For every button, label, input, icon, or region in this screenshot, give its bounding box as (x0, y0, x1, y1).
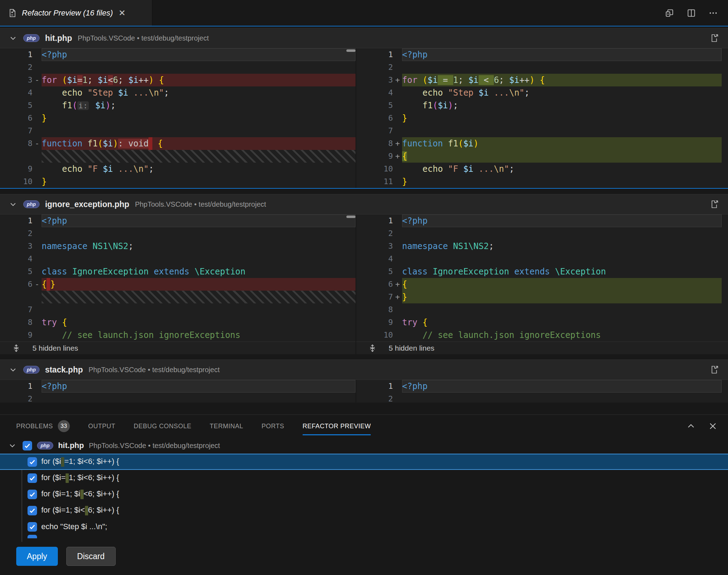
line-number: 7 (356, 291, 393, 303)
code-line: 9 echo "F $i ...\n"; (0, 163, 356, 175)
panel-tab-output[interactable]: OUTPUT (88, 415, 115, 437)
unfold-icon[interactable] (356, 344, 389, 352)
split-editor-icon[interactable] (686, 8, 696, 18)
line-number: 6 (0, 112, 32, 125)
line-number (0, 150, 32, 163)
horizontal-scrollbar-thumb[interactable] (346, 216, 356, 218)
gutter-spacer (32, 112, 42, 125)
panel-tab-debug-console[interactable]: DEBUG CONSOLE (134, 415, 192, 437)
change-list-item[interactable]: for ($i=1; $i<6; $i++) { (0, 486, 728, 502)
change-checkbox[interactable] (28, 535, 37, 538)
code-content (42, 393, 356, 402)
gutter-spacer (32, 214, 42, 227)
code-line: 2 (0, 61, 356, 74)
file-header[interactable]: phphit.phpPhpTools.VSCode • test/debug/t… (0, 28, 728, 48)
file-header[interactable]: phpignore_exception.phpPhpTools.VSCode •… (0, 194, 728, 214)
change-list-item[interactable]: for ($i=1; $i<6; $i++) { (0, 502, 728, 519)
diff-editor: 1<?php23namespace NS1\NS2;45class Ignore… (0, 214, 728, 354)
problems-count-badge: 33 (58, 420, 70, 432)
chevron-down-icon[interactable] (9, 200, 17, 208)
diff-section-hit.php: phphit.phpPhpTools.VSCode • test/debug/t… (0, 28, 728, 189)
unfold-icon[interactable] (0, 344, 32, 352)
panel-tab-label: TERMINAL (210, 423, 243, 430)
change-list-item[interactable]: echo "Step $i ...\n"; (0, 519, 728, 535)
gutter-spacer (32, 86, 42, 99)
line-number: 2 (356, 227, 393, 240)
code-line: 2 (356, 393, 728, 402)
char-insert-highlight (66, 473, 69, 483)
change-checkbox[interactable] (28, 457, 37, 467)
hidden-lines-row[interactable]: 5 hidden lines (356, 341, 728, 354)
apply-button[interactable]: Apply (16, 547, 58, 566)
line-number: 1 (0, 48, 32, 61)
gutter-spacer (393, 86, 402, 99)
panel-tab-label: PROBLEMS (16, 423, 53, 430)
file-path-description: PhpTools.VSCode • test/debug/testproject (89, 366, 220, 374)
change-text: for ($i=1; $i<6; $i++) { (41, 457, 119, 467)
discard-button[interactable]: Discard (66, 547, 116, 566)
file-name: stack.php (45, 365, 83, 375)
code-line: 3+for ($i = 1; $i < 6; $i++) { (356, 74, 728, 86)
diff-file-icon (8, 8, 17, 18)
horizontal-scrollbar-thumb[interactable] (346, 49, 356, 52)
code-content (402, 253, 722, 265)
change-checkbox[interactable] (28, 506, 37, 515)
code-content: f1(i: $i); (42, 99, 356, 112)
gutter-spacer (393, 61, 402, 74)
file-checkbox[interactable] (23, 441, 32, 450)
chevron-down-icon[interactable] (9, 366, 17, 374)
code-content: class IgnoreException extends \Exception (402, 265, 722, 278)
refactor-preview-list: phphit.phpPhpTools.VSCode • test/debug/t… (0, 437, 728, 542)
code-content (42, 303, 356, 316)
code-line: 8-function f1($i): void { (0, 137, 356, 150)
file-path-description: PhpTools.VSCode • test/debug/testproject (135, 200, 266, 208)
chevron-down-icon[interactable] (8, 442, 16, 449)
line-number: 3 (0, 240, 32, 253)
inline-view-icon[interactable] (665, 8, 674, 18)
line-number: 6 (0, 278, 32, 291)
chevron-down-icon[interactable] (9, 34, 17, 42)
panel-tab-refactor-preview[interactable]: REFACTOR PREVIEW (303, 415, 371, 437)
code-line: 7 (356, 125, 728, 137)
code-content: <?php (42, 48, 356, 61)
close-panel-icon[interactable] (708, 422, 717, 431)
panel-tab-terminal[interactable]: TERMINAL (210, 415, 243, 437)
open-file-icon[interactable] (710, 365, 719, 374)
line-number: 8 (0, 316, 32, 329)
open-file-icon[interactable] (710, 34, 719, 43)
more-actions-icon[interactable] (708, 8, 718, 18)
hidden-lines-row[interactable]: 5 hidden lines (0, 341, 356, 354)
change-list-item[interactable]: for ($i=1; $i<6; $i++) { (0, 470, 728, 486)
code-content: function f1($i) (402, 137, 722, 150)
gutter-spacer (32, 253, 42, 265)
line-number: 1 (356, 214, 393, 227)
gutter-spacer (32, 163, 42, 175)
panel-tab-ports[interactable]: PORTS (262, 415, 284, 437)
change-checkbox[interactable] (28, 522, 37, 532)
open-file-icon[interactable] (710, 200, 719, 209)
file-header[interactable]: phpstack.phpPhpTools.VSCode • test/debug… (0, 359, 728, 380)
panel-tab-problems[interactable]: PROBLEMS33 (16, 415, 70, 437)
modified-pane: 1<?php23+for ($i = 1; $i < 6; $i++) {4 e… (356, 48, 728, 188)
tab-refactor-preview[interactable]: Refactor Preview (16 files) ✕ (0, 0, 152, 26)
code-line: 2 (0, 227, 356, 240)
code-content: echo "F $i ...\n"; (42, 163, 356, 175)
collapse-panel-icon[interactable] (686, 422, 696, 431)
deleted-marker: - (32, 74, 42, 86)
panel-tab-bar: PROBLEMS33OUTPUTDEBUG CONSOLETERMINALPOR… (0, 415, 728, 437)
change-checkbox[interactable] (28, 473, 37, 483)
gutter-spacer (32, 125, 42, 137)
tree-item-file[interactable]: phphit.phpPhpTools.VSCode • test/debug/t… (0, 437, 728, 454)
gutter-spacer (393, 329, 402, 341)
parameter-inlay-hint: i: (77, 101, 89, 110)
change-checkbox[interactable] (28, 490, 37, 499)
tab-close-icon[interactable]: ✕ (119, 9, 126, 17)
gutter-spacer (393, 214, 402, 227)
code-line: 3namespace NS1\NS2; (356, 240, 728, 253)
original-pane: 1<?php2 (0, 380, 356, 402)
php-file-icon: php (23, 366, 40, 374)
code-line: 10 // see launch.json ignoreExceptions (356, 329, 728, 341)
change-list-item[interactable]: for ($i=1; $i<6; $i++) { (0, 454, 728, 470)
tab-title: Refactor Preview (16 files) (22, 8, 113, 18)
panel-tab-label: PORTS (262, 423, 284, 430)
